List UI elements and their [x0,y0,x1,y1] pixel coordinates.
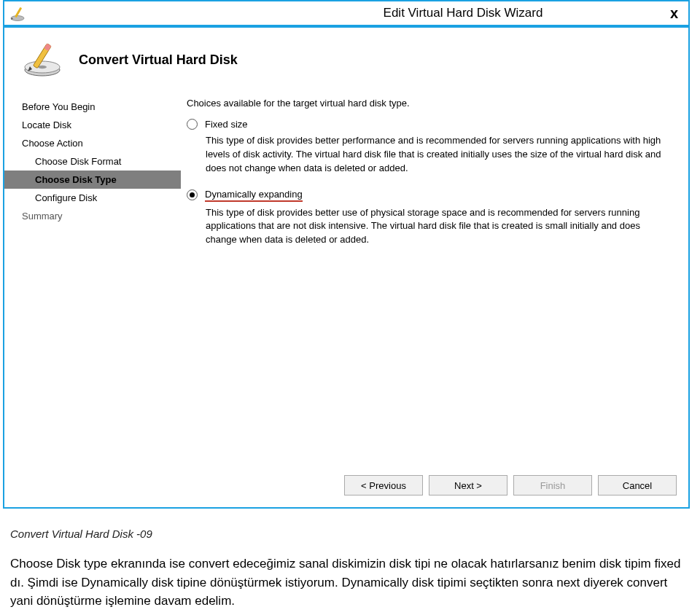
radio-description: This type of disk provides better use of… [206,206,674,248]
article-section: Convert Virtual Hard Disk -09 Choose Dis… [3,509,690,611]
titlebar: Edit Virtual Hard Disk Wizard x [4,1,688,25]
wizard-sidebar: Before You BeginLocate DiskChoose Action… [4,93,181,465]
disk-pencil-icon [22,42,67,77]
radio-indicator[interactable] [187,119,198,130]
svg-point-0 [11,16,24,21]
radio-option-dynamically-expanding[interactable]: Dynamically expanding [187,189,674,202]
app-icon [9,4,26,22]
sidebar-item-before-you-begin[interactable]: Before You Begin [4,98,181,116]
wizard-heading: Convert Virtual Hard Disk [79,52,238,68]
previous-button[interactable]: < Previous [344,475,423,495]
radio-group: Fixed sizeThis type of disk provides bet… [187,119,674,247]
radio-option-fixed-size[interactable]: Fixed size [187,119,674,130]
window-title: Edit Virtual Hard Disk Wizard [238,6,688,20]
sidebar-item-summary[interactable]: Summary [4,207,181,225]
radio-label: Fixed size [205,119,248,130]
sidebar-item-choose-disk-format[interactable]: Choose Disk Format [4,152,181,171]
sidebar-item-choose-disk-type[interactable]: Choose Disk Type [4,171,181,189]
radio-description: This type of disk provides better perfor… [206,134,674,176]
wizard-main: Choices available for the target virtual… [181,93,688,465]
article-body: Choose Disk type ekranında ise convert e… [10,555,682,611]
wizard-buttons: < Previous Next > Finish Cancel [4,465,688,507]
finish-button: Finish [513,475,592,495]
radio-label: Dynamically expanding [205,189,303,202]
radio-indicator[interactable] [187,189,198,200]
main-intro-text: Choices available for the target virtual… [187,98,674,109]
sidebar-item-locate-disk[interactable]: Locate Disk [4,116,181,134]
wizard-window: Edit Virtual Hard Disk Wizard x Convert … [3,0,690,509]
cancel-button[interactable]: Cancel [598,475,677,495]
sidebar-item-configure-disk[interactable]: Configure Disk [4,189,181,207]
wizard-content: Before You BeginLocate DiskChoose Action… [4,93,688,465]
sidebar-item-choose-action[interactable]: Choose Action [4,134,181,152]
article-caption: Convert Virtual Hard Disk -09 [10,528,682,540]
wizard-header: Convert Virtual Hard Disk [4,28,688,93]
next-button[interactable]: Next > [429,475,508,495]
